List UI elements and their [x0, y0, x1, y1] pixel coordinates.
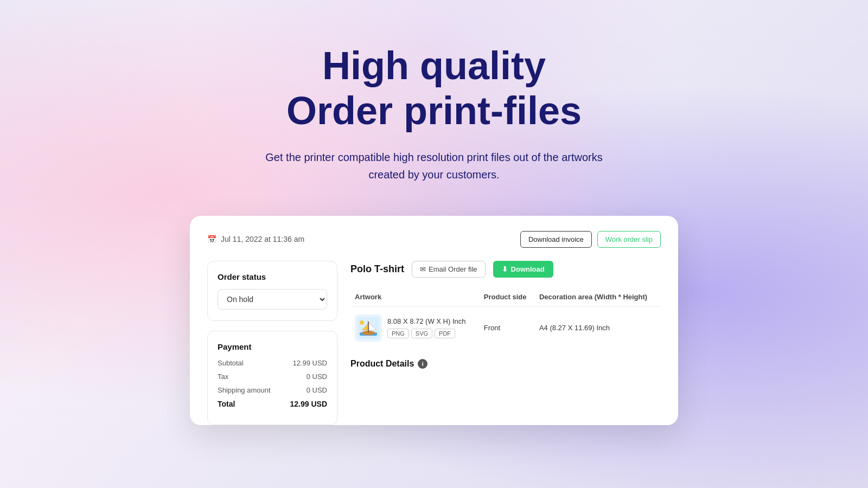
- ui-card-wrapper: 📅 Jul 11, 2022 at 11:36 am Download invo…: [0, 216, 868, 425]
- svg-rect-3: [368, 322, 369, 332]
- card-date: 📅 Jul 11, 2022 at 11:36 am: [207, 235, 304, 243]
- format-svg[interactable]: SVG: [411, 329, 432, 338]
- order-status-box: Order status On hold: [207, 261, 337, 321]
- artwork-info: 8.08 X 8.72 (W X H) Inch PNG SVG PDF: [387, 317, 466, 338]
- sailboat-icon: [358, 317, 379, 339]
- col-product-side: Product side: [480, 287, 535, 307]
- product-side-cell: Front: [480, 306, 535, 349]
- total-row: Total 12.99 USD: [218, 400, 327, 408]
- left-column: Order status On hold Payment Subtotal 12…: [207, 261, 337, 425]
- col-artwork: Artwork: [350, 287, 480, 307]
- col-decoration-area: Decoration area (Width * Height): [535, 287, 661, 307]
- payment-box: Payment Subtotal 12.99 USD Tax 0 USD Shi…: [207, 331, 337, 425]
- decoration-area-cell: A4 (8.27 X 11.69) Inch: [535, 306, 661, 349]
- format-pdf[interactable]: PDF: [435, 329, 455, 338]
- artwork-size: 8.08 X 8.72 (W X H) Inch: [387, 317, 466, 325]
- order-status-select[interactable]: On hold: [218, 289, 327, 310]
- hero-section: High quality Order print-files Get the p…: [0, 0, 868, 205]
- svg-point-6: [360, 320, 364, 325]
- format-png[interactable]: PNG: [387, 329, 409, 338]
- subtotal-label: Subtotal: [218, 359, 244, 367]
- calendar-icon: 📅: [207, 235, 216, 243]
- table-header-row: Artwork Product side Decoration area (Wi…: [350, 287, 661, 307]
- tax-value: 0 USD: [307, 373, 327, 381]
- product-table: Artwork Product side Decoration area (Wi…: [350, 287, 661, 349]
- email-icon: ✉: [420, 265, 426, 273]
- payment-label: Payment: [218, 342, 327, 351]
- email-order-file-button[interactable]: ✉ Email Order file: [412, 261, 486, 278]
- subtotal-row: Subtotal 12.99 USD: [218, 359, 327, 367]
- total-label: Total: [218, 400, 235, 408]
- order-status-label: Order status: [218, 272, 327, 281]
- hero-subtitle: Get the printer compatible high resoluti…: [260, 149, 608, 183]
- tax-row: Tax 0 USD: [218, 373, 327, 381]
- product-name: Polo T-shirt: [350, 264, 404, 275]
- product-header: Polo T-shirt ✉ Email Order file ⬇ Downlo…: [350, 261, 661, 278]
- hero-title: High quality Order print-files: [0, 43, 868, 133]
- right-column: Polo T-shirt ✉ Email Order file ⬇ Downlo…: [350, 261, 661, 425]
- card-header: 📅 Jul 11, 2022 at 11:36 am Download invo…: [207, 231, 661, 248]
- format-badges: PNG SVG PDF: [387, 329, 466, 338]
- download-icon: ⬇: [502, 265, 508, 273]
- product-details-section: Product Details i: [350, 359, 661, 369]
- product-details-label: Product Details: [350, 359, 414, 369]
- download-button[interactable]: ⬇ Download: [493, 261, 553, 278]
- card-body: Order status On hold Payment Subtotal 12…: [207, 261, 661, 425]
- tax-label: Tax: [218, 373, 228, 381]
- artwork-cell: 8.08 X 8.72 (W X H) Inch PNG SVG PDF: [350, 306, 480, 349]
- shipping-value: 0 USD: [307, 386, 327, 394]
- ui-card: 📅 Jul 11, 2022 at 11:36 am Download invo…: [190, 216, 678, 425]
- card-header-actions: Download invoice Work order slip: [520, 231, 661, 248]
- subtotal-value: 12.99 USD: [292, 359, 327, 367]
- work-order-slip-button[interactable]: Work order slip: [597, 231, 661, 248]
- date-text: Jul 11, 2022 at 11:36 am: [221, 235, 304, 243]
- download-invoice-button[interactable]: Download invoice: [520, 231, 592, 248]
- info-icon: i: [418, 359, 427, 369]
- shipping-label: Shipping amount: [218, 386, 271, 394]
- shipping-row: Shipping amount 0 USD: [218, 386, 327, 394]
- table-row: 8.08 X 8.72 (W X H) Inch PNG SVG PDF: [350, 306, 661, 349]
- total-value: 12.99 USD: [290, 400, 327, 408]
- artwork-thumbnail: [355, 314, 382, 342]
